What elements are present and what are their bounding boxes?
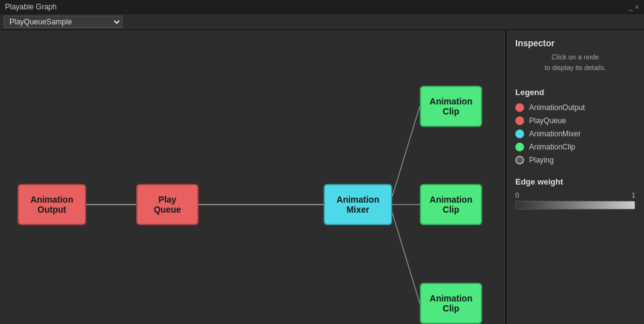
title-bar: Playable Graph _ × xyxy=(0,0,644,14)
legend-dot-playing xyxy=(515,156,524,165)
legend-label-playqueue: PlayQueue xyxy=(529,116,566,125)
edge-weight-title: Edge weight xyxy=(515,177,635,186)
window-controls[interactable]: _ × xyxy=(628,3,639,11)
edge-weight-min: 0 xyxy=(515,191,519,199)
node-clip-mid[interactable]: AnimationClip xyxy=(420,184,482,225)
toolbar: PlayQueueSample xyxy=(0,14,644,30)
inspector-subtitle: Click on a nodeto display its details. xyxy=(515,52,635,73)
legend-item-mixer: AnimationMixer xyxy=(515,129,635,138)
node-clip-top[interactable]: AnimationClip xyxy=(420,86,482,127)
svg-line-2 xyxy=(392,106,420,196)
legend-label-mixer: AnimationMixer xyxy=(529,129,581,138)
edge-weight-section: Edge weight 0 1 xyxy=(515,177,635,210)
legend-dot-playqueue xyxy=(515,116,524,125)
legend-label-clip: AnimationClip xyxy=(529,143,575,151)
graph-edges xyxy=(0,31,506,324)
node-play-queue[interactable]: PlayQueue xyxy=(136,184,199,225)
node-animation-output[interactable]: AnimationOutput xyxy=(17,184,86,225)
graph-selector[interactable]: PlayQueueSample xyxy=(4,16,122,28)
right-panel: Inspector Click on a nodeto display its … xyxy=(506,31,644,324)
legend-dot-output xyxy=(515,103,524,112)
node-clip-bot[interactable]: AnimationClip xyxy=(420,283,482,324)
legend-label-playing: Playing xyxy=(529,156,553,165)
legend-label-output: AnimationOutput xyxy=(529,103,585,112)
legend-item-clip: AnimationClip xyxy=(515,143,635,151)
legend-item-playqueue: PlayQueue xyxy=(515,116,635,125)
svg-line-4 xyxy=(392,213,420,303)
legend-dot-clip xyxy=(515,143,524,151)
legend-dot-mixer xyxy=(515,129,524,138)
graph-canvas: AnimationOutput PlayQueue AnimationMixer… xyxy=(0,31,506,324)
legend-item-playing: Playing xyxy=(515,156,635,165)
close-button[interactable]: × xyxy=(635,3,639,11)
edge-weight-bar xyxy=(515,201,635,210)
minimize-button[interactable]: _ xyxy=(628,3,632,11)
legend-title: Legend xyxy=(515,88,635,97)
window-title: Playable Graph xyxy=(5,3,57,11)
legend-item-output: AnimationOutput xyxy=(515,103,635,112)
edge-weight-max: 1 xyxy=(632,191,635,199)
inspector-title: Inspector xyxy=(515,38,635,48)
edge-weight-labels: 0 1 xyxy=(515,191,635,199)
node-animation-mixer[interactable]: AnimationMixer xyxy=(324,184,392,225)
